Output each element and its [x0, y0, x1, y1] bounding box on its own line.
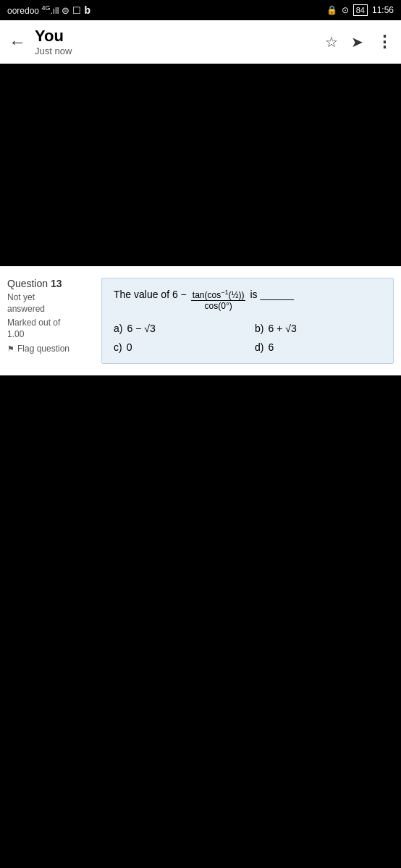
- circle-icon: ⊙: [342, 5, 349, 15]
- marked-score: 1.00: [7, 329, 94, 339]
- option-c[interactable]: c) 0: [114, 341, 240, 353]
- question-suffix-text: is ______: [250, 289, 294, 300]
- nav-actions: [325, 33, 392, 51]
- question-label: Question 13: [7, 278, 94, 289]
- black-content-area: [0, 64, 401, 266]
- privacy-icon: 🔒: [326, 5, 337, 15]
- b-icon: b: [84, 4, 90, 16]
- question-text: The value of 6 − tan(cos−1(½)) cos(0°) i…: [114, 289, 381, 311]
- option-b-label: b): [255, 323, 263, 334]
- flag-label: Flag question: [17, 344, 69, 354]
- status-bar: ooredoo 4G.ıll ⊜ ☐ b 🔒 ⊙ 84 11:56: [0, 0, 401, 20]
- time-text: 11:56: [372, 5, 394, 15]
- option-c-label: c): [114, 341, 122, 353]
- status-right: 🔒 ⊙ 84 11:56: [326, 4, 394, 16]
- share-button[interactable]: [351, 33, 363, 51]
- question-number: 13: [51, 278, 62, 289]
- star-button[interactable]: [325, 33, 338, 51]
- option-c-value: 0: [127, 341, 132, 353]
- battery-text: 84: [353, 4, 368, 16]
- carrier-text: ooredoo 4G.ıll: [7, 4, 59, 16]
- bottom-black-area: [0, 375, 401, 868]
- flag-icon: [7, 344, 14, 354]
- answer-options: a) 6 − √3 b) 6 + √3 c) 0 d) 6: [114, 323, 381, 353]
- question-main: The value of 6 − tan(cos−1(½)) cos(0°) i…: [101, 278, 394, 364]
- math-fraction: tan(cos−1(½)) cos(0°): [191, 289, 246, 311]
- question-intro-text: The value of 6 −: [114, 289, 187, 300]
- marked-label: Marked out of: [7, 318, 94, 328]
- wifi-icon: ⊜: [62, 5, 69, 16]
- question-sidebar: Question 13 Not yet answered Marked out …: [7, 278, 94, 364]
- user-time: Just now: [35, 46, 325, 56]
- option-a-value: 6 − √3: [127, 323, 155, 334]
- screen-icon: ☐: [72, 5, 81, 16]
- question-area: Question 13 Not yet answered Marked out …: [0, 266, 401, 375]
- option-d-value: 6: [268, 341, 274, 353]
- option-a[interactable]: a) 6 − √3: [114, 323, 240, 334]
- back-button[interactable]: ←: [9, 32, 26, 52]
- question-status: Not yet answered: [7, 292, 94, 315]
- more-button[interactable]: [376, 33, 392, 51]
- status-left: ooredoo 4G.ıll ⊜ ☐ b: [7, 4, 90, 16]
- user-info: You Just now: [35, 27, 325, 56]
- user-name: You: [35, 27, 325, 45]
- option-a-label: a): [114, 323, 122, 334]
- option-b[interactable]: b) 6 + √3: [255, 323, 381, 334]
- fraction-denominator: cos(0°): [203, 301, 234, 311]
- fraction-numerator: tan(cos−1(½)): [191, 289, 246, 301]
- option-d[interactable]: d) 6: [255, 341, 381, 353]
- option-b-value: 6 + √3: [268, 323, 296, 334]
- option-d-label: d): [255, 341, 263, 353]
- top-nav-bar: ← You Just now: [0, 20, 401, 64]
- flag-question-button[interactable]: Flag question: [7, 344, 69, 354]
